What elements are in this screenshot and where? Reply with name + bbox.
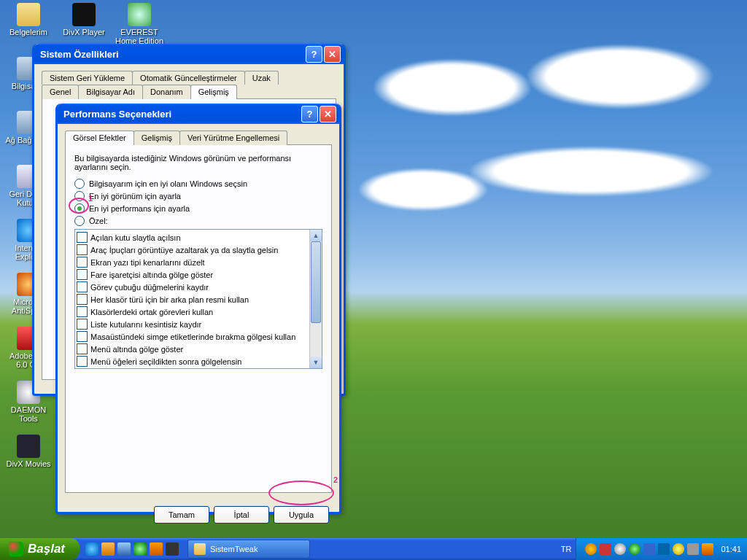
titlebar[interactable]: Sistem Özellikleri ? ✕ <box>34 44 344 64</box>
help-button[interactable]: ? <box>301 106 318 122</box>
check-item[interactable]: Menü öğeleri seçildikten sonra gölgelens… <box>77 355 309 368</box>
tab-auto-updates[interactable]: Otomatik Güncelleştirmeler <box>132 71 245 85</box>
check-item[interactable]: Klasörlerdeki ortak görevleri kullan <box>77 306 309 318</box>
tray-icon[interactable] <box>658 543 670 555</box>
radio-label: Özel: <box>89 217 108 225</box>
radio-best-performance[interactable]: En iyi performans için ayarla <box>74 203 322 214</box>
language-indicator[interactable]: TR <box>561 545 572 553</box>
folder-divx-icon <box>17 435 40 458</box>
check-label: Araç İpuçları görüntüye azaltarak ya da … <box>90 246 278 254</box>
tab-remote[interactable]: Uzak <box>244 71 279 85</box>
annotation-number-2: 2 <box>333 475 338 484</box>
annotation-number-1: 1 <box>88 194 93 203</box>
tab-panel-visual-effects: Bu bilgisayarda istediğiniz Windows görü… <box>65 144 332 493</box>
tab-dep[interactable]: Veri Yürütme Engellemesi <box>179 131 287 145</box>
check-item[interactable]: Liste kutularını kesintisiz kaydır <box>77 318 309 330</box>
radio-label: Bilgisayarım için en iyi olanı Windows s… <box>89 179 247 188</box>
tab-advanced[interactable]: Gelişmiş <box>133 131 180 145</box>
tab-general[interactable]: Genel <box>42 85 79 99</box>
check-item[interactable]: Ekran yazı tipi kenarlarını düzelt <box>77 256 309 268</box>
tray-icon[interactable] <box>673 543 684 555</box>
ql-ie-icon[interactable] <box>85 542 98 556</box>
tray-icon[interactable] <box>600 543 611 555</box>
check-item[interactable]: Fare işaretçisi altında gölge göster <box>77 268 309 281</box>
scroll-up-icon[interactable]: ▲ <box>310 230 322 241</box>
tray-icon[interactable] <box>702 543 713 555</box>
tabs-row1: Sistem Geri Yükleme Otomatik Güncelleşti… <box>34 64 344 84</box>
cancel-button[interactable]: İptal <box>214 506 269 524</box>
close-button[interactable]: ✕ <box>324 46 341 63</box>
radio-icon <box>74 216 85 226</box>
checkbox-icon <box>77 257 88 268</box>
icon-label: EVEREST Home Edition <box>114 28 165 45</box>
everest-icon <box>128 3 151 26</box>
radio-label: En iyi görünüm için ayarla <box>89 192 181 201</box>
radio-let-windows-choose[interactable]: Bilgisayarım için en iyi olanı Windows s… <box>74 179 322 189</box>
tab-system-restore[interactable]: Sistem Geri Yükleme <box>42 71 133 85</box>
tab-visual-effects[interactable]: Görsel Efektler <box>65 131 134 145</box>
desktop-icon-divx-player[interactable]: DivX Player <box>58 3 109 36</box>
icon-label: DivX Player <box>58 28 109 36</box>
radio-best-appearance[interactable]: En iyi görünüm için ayarla <box>74 191 322 201</box>
dialog-button-row: Tamam İptal Uygula <box>58 500 339 532</box>
check-label: Menü altında gölge göster <box>90 345 183 354</box>
system-tray[interactable]: 01:41 <box>576 538 747 560</box>
tray-icon[interactable] <box>614 543 626 555</box>
tray-icon[interactable] <box>643 543 655 555</box>
check-item[interactable]: Her klasör türü için bir arka plan resmi… <box>77 293 309 306</box>
checkbox-icon <box>77 244 88 255</box>
ok-button[interactable]: Tamam <box>154 506 209 524</box>
tray-icon[interactable] <box>629 543 640 555</box>
checkbox-icon <box>77 232 88 243</box>
icon-label: DAEMON Tools <box>3 405 54 423</box>
help-button[interactable]: ? <box>306 46 322 63</box>
tray-volume-icon[interactable] <box>687 543 699 555</box>
folder-icon <box>194 543 206 555</box>
tabs-row2: Genel Bilgisayar Adı Donanım Gelişmiş <box>34 84 344 98</box>
scrollbar[interactable]: ▲ ▼ <box>309 230 322 368</box>
check-item[interactable]: Masaüstündeki simge etiketlerinde bırakm… <box>77 330 309 343</box>
tab-advanced[interactable]: Gelişmiş <box>190 85 237 99</box>
window-performance-options[interactable]: Performans Seçenekleri ? ✕ Görsel Efektl… <box>55 104 341 514</box>
apply-button[interactable]: Uygula <box>274 506 329 524</box>
close-button[interactable]: ✕ <box>320 106 336 122</box>
scroll-down-icon[interactable]: ▼ <box>310 357 322 368</box>
ql-app-icon[interactable] <box>150 542 163 556</box>
start-button[interactable]: Başlat <box>0 538 80 560</box>
titlebar[interactable]: Performans Seçenekleri ? ✕ <box>58 104 339 124</box>
check-label: Menü öğeleri seçildikten sonra gölgelens… <box>90 357 241 366</box>
taskbar[interactable]: Başlat SistemTweak TR 01:41 <box>0 538 747 560</box>
clock[interactable]: 01:41 <box>721 545 741 553</box>
ql-app2-icon[interactable] <box>166 542 179 556</box>
task-button-sistemtweak[interactable]: SistemTweak <box>187 540 310 559</box>
check-item[interactable]: Görev çubuğu düğmelerini kaydır <box>77 281 309 293</box>
radio-custom[interactable]: Özel: <box>74 216 322 226</box>
tray-icon[interactable] <box>585 543 597 555</box>
checkbox-icon <box>77 269 88 280</box>
cloud <box>372 58 533 117</box>
check-label: Her klasör türü için bir arka plan resmi… <box>90 295 249 304</box>
check-item[interactable]: Açılan kutu slaytla açılsın <box>77 231 309 244</box>
icon-label: Belgelerim <box>3 28 54 36</box>
tab-computer-name[interactable]: Bilgisayar Adı <box>78 85 143 99</box>
check-item[interactable]: Menü altında gölge göster <box>77 343 309 355</box>
check-label: Klasörlerdeki ortak görevleri kullan <box>90 308 213 316</box>
desktop-icon-divx-movies[interactable]: DivX Movies <box>3 435 54 468</box>
ql-media-icon[interactable] <box>133 542 147 556</box>
check-label: Ekran yazı tipi kenarlarını düzelt <box>90 258 205 267</box>
effects-checklist[interactable]: Açılan kutu slaytla açılsınAraç İpuçları… <box>74 229 322 369</box>
desktop-icon-everest[interactable]: EVEREST Home Edition <box>114 3 165 45</box>
window-title: Sistem Özellikleri <box>40 49 119 60</box>
divx-icon <box>72 3 96 26</box>
tab-hardware[interactable]: Donanım <box>142 85 191 99</box>
windows-logo-icon <box>9 542 23 556</box>
task-label: SistemTweak <box>210 545 258 553</box>
ql-show-desktop-icon[interactable] <box>117 542 131 556</box>
scroll-thumb[interactable] <box>311 241 321 323</box>
check-label: Liste kutularını kesintisiz kaydır <box>90 320 201 329</box>
perf-tabs: Görsel Efektler Gelişmiş Veri Yürütme En… <box>58 124 339 144</box>
check-label: Görev çubuğu düğmelerini kaydır <box>90 283 209 292</box>
ql-outlook-icon[interactable] <box>101 542 115 556</box>
check-item[interactable]: Araç İpuçları görüntüye azaltarak ya da … <box>77 244 309 256</box>
desktop-icon-documents[interactable]: Belgelerim <box>3 3 54 36</box>
